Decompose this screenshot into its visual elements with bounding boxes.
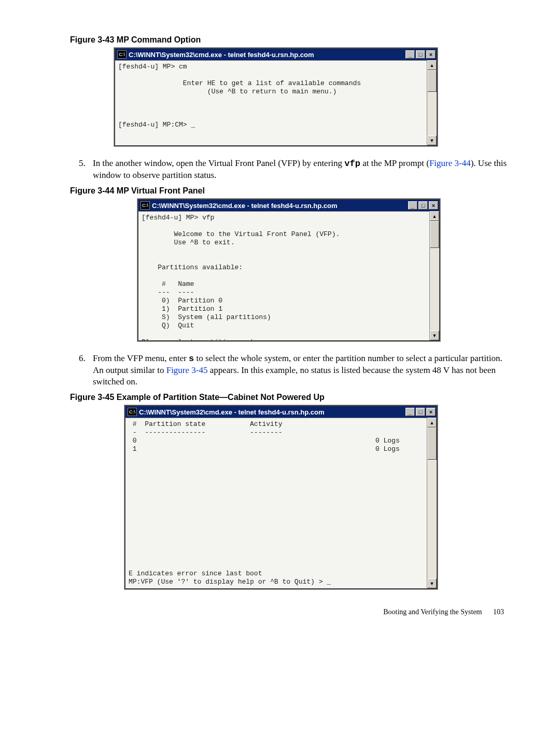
step-6-link[interactable]: Figure 3-45	[166, 365, 208, 375]
footer-page-number: 103	[493, 608, 504, 616]
figure-44-window: C:\ C:\WINNT\System32\cmd.exe - telnet f…	[137, 199, 440, 341]
maximize-button[interactable]: □	[416, 50, 425, 59]
cmd-icon: C:\	[117, 50, 127, 59]
step-5-cmd: vfp	[344, 159, 360, 169]
step-5-text-b: at the MP prompt (	[360, 158, 429, 168]
window-title: C:\WINNT\System32\cmd.exe - telnet feshd…	[139, 408, 405, 416]
step-5-text-a: In the another window, open the Virtual …	[93, 158, 344, 168]
scroll-track[interactable]	[430, 221, 439, 330]
footer-section: Booting and Verifying the System	[383, 608, 482, 616]
scroll-up-button[interactable]: ▲	[427, 418, 437, 427]
maximize-button[interactable]: □	[418, 201, 428, 210]
scroll-thumb[interactable]	[430, 221, 439, 248]
window-title: C:\WINNT\System32\cmd.exe - telnet feshd…	[152, 202, 408, 210]
scroll-track[interactable]	[427, 70, 437, 135]
vertical-scrollbar[interactable]: ▲ ▼	[429, 211, 439, 340]
title-bar: C:\ C:\WINNT\System32\cmd.exe - telnet f…	[138, 200, 439, 211]
scroll-track[interactable]	[427, 427, 437, 578]
scroll-thumb[interactable]	[427, 427, 437, 460]
step-6-cmd: s	[189, 354, 194, 364]
minimize-button[interactable]: _	[405, 408, 415, 416]
cmd-icon: C:\	[141, 201, 150, 210]
figure-45-window: C:\ C:\WINNT\System32\cmd.exe - telnet f…	[124, 405, 438, 589]
close-button[interactable]: ×	[426, 408, 436, 416]
scroll-up-button[interactable]: ▲	[430, 211, 439, 221]
title-bar: C:\ C:\WINNT\System32\cmd.exe - telnet f…	[125, 406, 437, 418]
scroll-down-button[interactable]: ▼	[430, 330, 439, 340]
terminal-content: [feshd4-u] MP> vfp Welcome to the Virtua…	[138, 211, 429, 340]
terminal-content: # Partition state Activity - -----------…	[125, 418, 427, 588]
close-button[interactable]: ×	[426, 50, 436, 59]
terminal-content: [feshd4-u] MP> cm Enter HE to get a list…	[115, 60, 427, 145]
figure-43-window: C:\ C:\WINNT\System32\cmd.exe - telnet f…	[114, 48, 438, 146]
minimize-button[interactable]: _	[405, 50, 415, 59]
figure-43-caption: Figure 3-43 MP Command Option	[70, 35, 508, 45]
step-6: From the VFP menu, enter s to select the…	[88, 353, 508, 388]
vertical-scrollbar[interactable]: ▲ ▼	[427, 418, 437, 588]
minimize-button[interactable]: _	[408, 201, 417, 210]
title-bar: C:\ C:\WINNT\System32\cmd.exe - telnet f…	[115, 49, 437, 60]
window-title: C:\WINNT\System32\cmd.exe - telnet feshd…	[129, 51, 405, 59]
figure-45-caption: Figure 3-45 Example of Partition State—C…	[70, 393, 508, 402]
figure-44-caption: Figure 3-44 MP Virtual Front Panel	[70, 186, 508, 196]
scroll-thumb[interactable]	[427, 70, 437, 92]
step-5-link[interactable]: Figure 3-44	[429, 158, 471, 168]
scroll-up-button[interactable]: ▲	[427, 60, 437, 70]
step-6-text-a: From the VFP menu, enter	[93, 353, 189, 363]
cmd-icon: C:\	[128, 408, 137, 416]
maximize-button[interactable]: □	[416, 408, 425, 416]
scroll-down-button[interactable]: ▼	[427, 578, 437, 588]
scroll-down-button[interactable]: ▼	[427, 135, 437, 145]
page-footer: Booting and Verifying the System 103	[70, 608, 508, 616]
step-5: In the another window, open the Virtual …	[88, 158, 508, 181]
vertical-scrollbar[interactable]: ▲ ▼	[427, 60, 437, 145]
close-button[interactable]: ×	[429, 201, 438, 210]
